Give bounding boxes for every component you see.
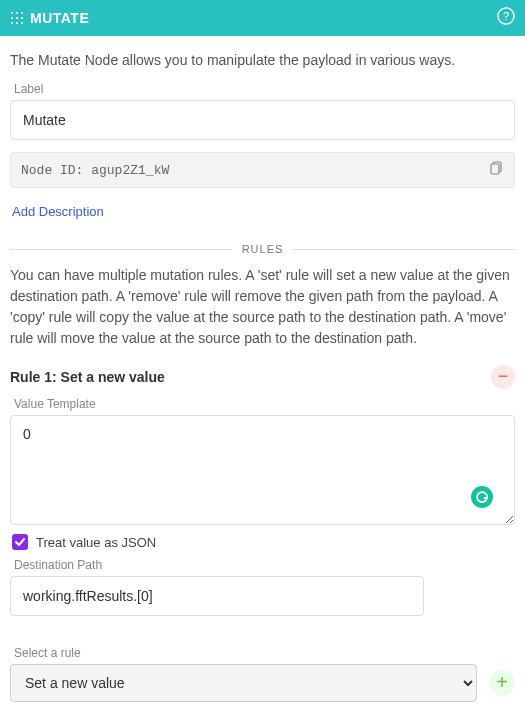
svg-point-0 [11,12,13,14]
label-input[interactable] [10,100,515,140]
node-id-text: Node ID: agup2Z1_kW [21,163,169,178]
minus-icon: − [498,367,509,385]
rules-heading: RULES [242,243,284,255]
svg-text:?: ? [503,10,509,22]
svg-point-5 [21,17,23,19]
svg-rect-12 [491,164,499,174]
svg-point-6 [11,22,13,24]
node-id-prefix: Node ID: [21,163,91,178]
label-field-label: Label [14,82,515,96]
mutate-icon [10,11,24,25]
rules-description: You can have multiple mutation rules. A … [10,265,515,349]
rule-1-header: Rule 1: Set a new value − [10,365,515,389]
svg-point-7 [16,22,18,24]
header-left: MUTATE [10,10,89,26]
select-rule-row: Set a new value + [10,664,515,702]
rules-divider: RULES [10,243,515,255]
remove-rule-button[interactable]: − [491,365,515,389]
divider-line-left [10,249,232,250]
divider-line-right [293,249,515,250]
node-id-box: Node ID: agup2Z1_kW [10,152,515,188]
value-template-input[interactable]: 0 [10,415,515,525]
panel-title: MUTATE [30,10,89,26]
add-rule-button[interactable]: + [489,670,515,696]
destination-path-label: Destination Path [14,558,515,572]
svg-point-3 [11,17,13,19]
value-template-wrap: 0 [10,415,515,528]
destination-path-input[interactable] [10,576,424,616]
select-rule-label: Select a rule [14,646,515,660]
treat-json-checkbox[interactable] [12,534,28,550]
node-id-value: agup2Z1_kW [91,163,169,178]
svg-point-1 [16,12,18,14]
treat-json-row: Treat value as JSON [12,534,515,550]
add-description-link[interactable]: Add Description [12,204,104,219]
svg-point-4 [16,17,18,19]
treat-json-label: Treat value as JSON [36,535,156,550]
help-icon[interactable]: ? [497,7,515,29]
value-template-label: Value Template [14,397,515,411]
panel-header: MUTATE ? [0,0,525,36]
plus-icon: + [496,672,508,692]
svg-point-8 [21,22,23,24]
panel-content: The Mutate Node allows you to manipulate… [0,36,525,720]
grammarly-icon[interactable] [471,486,493,508]
copy-icon[interactable] [490,161,504,179]
intro-text: The Mutate Node allows you to manipulate… [10,52,515,68]
rule-1-title: Rule 1: Set a new value [10,369,165,385]
rule-type-select[interactable]: Set a new value [10,664,477,702]
svg-point-2 [21,12,23,14]
